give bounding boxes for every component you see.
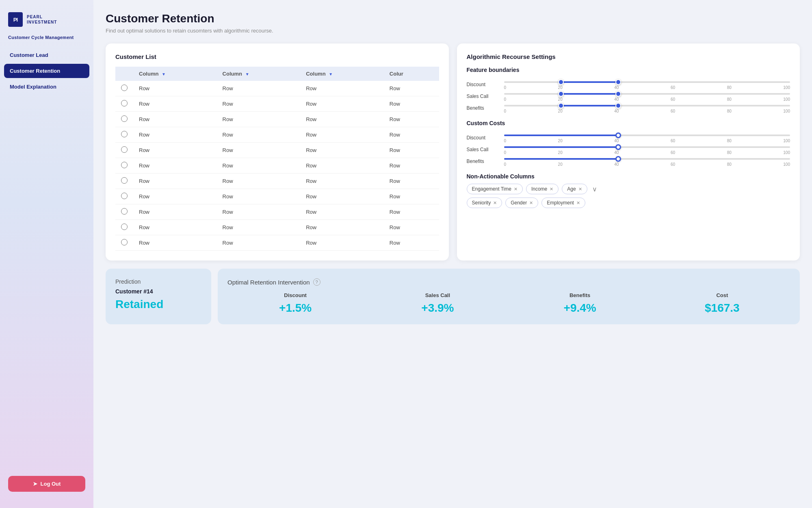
- sidebar-subtitle: Customer Cycle Management: [0, 35, 93, 48]
- help-icon[interactable]: ?: [313, 278, 320, 286]
- row-radio[interactable]: [121, 85, 128, 91]
- row-radio[interactable]: [121, 177, 128, 184]
- row-radio[interactable]: [121, 193, 128, 199]
- tag-engagement-time-remove[interactable]: ✕: [514, 187, 518, 192]
- table-cell: Row: [217, 81, 301, 96]
- table-cell: Row: [133, 96, 217, 112]
- page-subtitle: Find out optimal solutions to retain cus…: [106, 28, 800, 34]
- custom-benefits-row: Benefits 020406080100: [467, 156, 790, 167]
- tags-row-2: Seniority ✕ Gender ✕ Employment ✕: [467, 198, 790, 208]
- logo-icon: PI: [8, 12, 23, 27]
- custom-salescall-slider[interactable]: 020406080100: [504, 144, 790, 155]
- intervention-salescall-label: Sales Call: [425, 292, 450, 298]
- feature-salescall-slider[interactable]: 020406080100: [504, 91, 790, 102]
- row-radio[interactable]: [121, 131, 128, 137]
- tag-seniority[interactable]: Seniority ✕: [467, 198, 502, 208]
- table-row: RowRowRowRow: [115, 81, 439, 96]
- tag-income-remove[interactable]: ✕: [550, 187, 553, 192]
- table-cell: Row: [300, 158, 384, 174]
- table-row: RowRowRowRow: [115, 112, 439, 127]
- table-cell: Row: [300, 96, 384, 112]
- table-row: RowRowRowRow: [115, 204, 439, 220]
- main-content: Customer Retention Find out optimal solu…: [93, 0, 812, 508]
- row-radio[interactable]: [121, 239, 128, 245]
- tag-age[interactable]: Age ✕: [562, 184, 587, 194]
- table-wrapper: Column ▼ Column ▼ Column ▼: [115, 67, 439, 251]
- table-cell: Row: [217, 158, 301, 174]
- table-cell: Row: [384, 204, 439, 220]
- table-row: RowRowRowRow: [115, 189, 439, 204]
- row-radio[interactable]: [121, 100, 128, 106]
- table-cell: Row: [133, 127, 217, 143]
- feature-benefits-label: Benefits: [467, 105, 499, 111]
- tags-expand-icon[interactable]: ∨: [592, 185, 597, 193]
- tag-gender-remove[interactable]: ✕: [529, 200, 533, 206]
- table-cell: Row: [217, 189, 301, 204]
- logout-button[interactable]: ➤ Log Out: [8, 476, 85, 492]
- row-radio[interactable]: [121, 162, 128, 168]
- custom-sliders: Discount 020406080100 Sales Call: [467, 132, 790, 167]
- table-cell: Row: [300, 143, 384, 158]
- non-actionable-label: Non-Actionable Columns: [467, 173, 790, 180]
- row-check-cell: [115, 174, 133, 189]
- table-cell: Row: [133, 235, 217, 251]
- page-title: Customer Retention: [106, 12, 800, 25]
- sort-icon-2: ▼: [329, 72, 333, 76]
- logo-text: PEARL INVESTMENT: [27, 14, 57, 25]
- tag-age-remove[interactable]: ✕: [578, 187, 582, 192]
- tag-income[interactable]: Income ✕: [526, 184, 559, 194]
- sidebar-item-customer-lead[interactable]: Customer Lead: [4, 48, 89, 62]
- tag-employment-remove[interactable]: ✕: [576, 200, 580, 206]
- row-radio[interactable]: [121, 146, 128, 153]
- table-cell: Row: [133, 204, 217, 220]
- row-radio[interactable]: [121, 115, 128, 122]
- customer-table: Column ▼ Column ▼ Column ▼: [115, 67, 439, 251]
- table-cell: Row: [133, 189, 217, 204]
- table-cell: Row: [217, 174, 301, 189]
- col-header-1[interactable]: Column ▼: [217, 67, 301, 81]
- tag-gender[interactable]: Gender ✕: [505, 198, 538, 208]
- tag-engagement-time[interactable]: Engagement Time ✕: [467, 184, 523, 194]
- col-header-2[interactable]: Column ▼: [300, 67, 384, 81]
- feature-sliders: Discount 020406080100 Sales C: [467, 79, 790, 113]
- table-cell: Row: [384, 112, 439, 127]
- table-cell: Row: [300, 112, 384, 127]
- custom-benefits-slider[interactable]: 020406080100: [504, 156, 790, 167]
- custom-discount-slider[interactable]: 020406080100: [504, 132, 790, 143]
- sidebar-item-model-explanation[interactable]: Model Explanation: [4, 80, 89, 94]
- col-header-0[interactable]: Column ▼: [133, 67, 217, 81]
- table-row: RowRowRowRow: [115, 235, 439, 251]
- table-row: RowRowRowRow: [115, 174, 439, 189]
- table-cell: Row: [217, 204, 301, 220]
- feature-salescall-label: Sales Call: [467, 93, 499, 99]
- table-cell: Row: [217, 96, 301, 112]
- table-cell: Row: [384, 220, 439, 235]
- sidebar-item-customer-retention[interactable]: Customer Retention: [4, 64, 89, 78]
- row-radio[interactable]: [121, 208, 128, 215]
- feature-discount-slider[interactable]: 020406080100: [504, 79, 790, 90]
- col-header-3[interactable]: Colur: [384, 67, 439, 81]
- customer-list-card: Customer List Column ▼ Column ▼: [106, 43, 449, 261]
- table-cell: Row: [133, 143, 217, 158]
- row-check-cell: [115, 189, 133, 204]
- table-row: RowRowRowRow: [115, 96, 439, 112]
- tag-employment[interactable]: Employment ✕: [541, 198, 585, 208]
- intervention-benefits-value: +9.4%: [564, 302, 596, 315]
- page-header: Customer Retention Find out optimal solu…: [106, 12, 800, 34]
- row-check-cell: [115, 204, 133, 220]
- row-check-cell: [115, 220, 133, 235]
- logout-icon: ➤: [33, 481, 37, 487]
- table-row: RowRowRowRow: [115, 127, 439, 143]
- feature-benefits-slider[interactable]: 020406080100: [504, 102, 790, 113]
- intervention-title: Optimal Retention Intervention: [227, 279, 310, 286]
- row-check-cell: [115, 81, 133, 96]
- row-radio[interactable]: [121, 224, 128, 230]
- feature-discount-label: Discount: [467, 82, 499, 87]
- tag-gender-label: Gender: [511, 200, 527, 206]
- settings-card: Algorithmic Recourse Settings Feature bo…: [457, 43, 800, 261]
- sidebar-nav: Customer Lead Customer Retention Model E…: [0, 48, 93, 468]
- intervention-grid: Discount +1.5% Sales Call +3.9% Benefits…: [227, 292, 790, 315]
- intervention-col-salescall: Sales Call +3.9%: [370, 292, 505, 315]
- tag-seniority-remove[interactable]: ✕: [493, 200, 497, 206]
- intervention-col-cost: Cost $167.3: [654, 292, 790, 315]
